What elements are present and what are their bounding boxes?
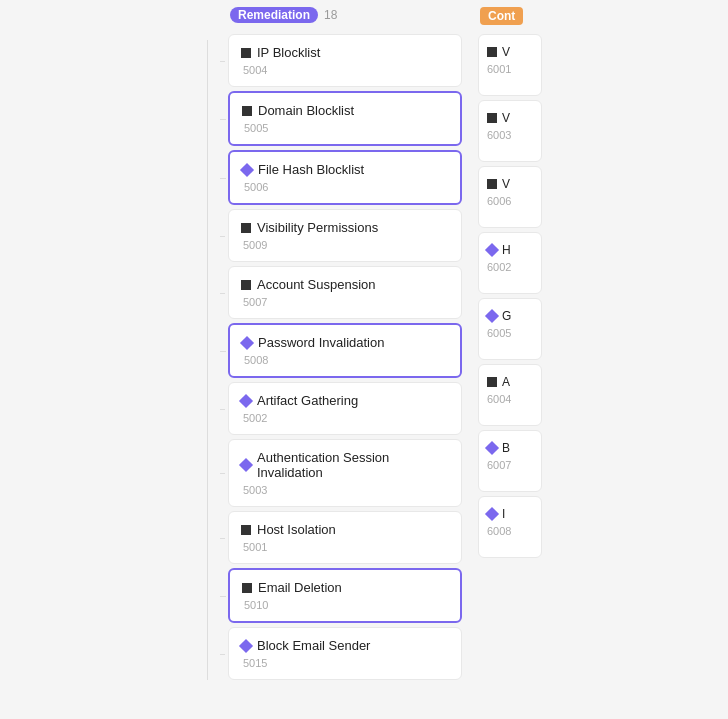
diamond-icon <box>485 243 499 257</box>
diamond-icon <box>239 393 253 407</box>
square-icon <box>241 525 251 535</box>
card-title: File Hash Blocklist <box>242 162 448 177</box>
list-item[interactable]: Password Invalidation 5008 <box>228 323 462 378</box>
cont-column: V 6001 V 6003 V 6006 <box>470 30 550 719</box>
list-item[interactable]: IP Blocklist 5004 <box>228 34 462 87</box>
square-icon <box>242 106 252 116</box>
diamond-icon <box>485 309 499 323</box>
list-item[interactable]: Account Suspension 5007 <box>228 266 462 319</box>
square-icon <box>242 583 252 593</box>
list-item[interactable]: File Hash Blocklist 5006 <box>228 150 462 205</box>
list-item[interactable]: V 6003 <box>478 100 542 162</box>
square-icon <box>487 113 497 123</box>
left-gutter <box>0 0 220 719</box>
remediation-header: Remediation 18 <box>220 7 470 23</box>
column-headers: Remediation 18 Cont <box>220 0 728 30</box>
square-icon <box>487 377 497 387</box>
card-title: Email Deletion <box>242 580 448 595</box>
card-title: Domain Blocklist <box>242 103 448 118</box>
card-title: Artifact Gathering <box>241 393 449 408</box>
remediation-count: 18 <box>324 8 337 22</box>
card-title: Password Invalidation <box>242 335 448 350</box>
cont-badge: Cont <box>480 7 523 25</box>
list-item[interactable]: Block Email Sender 5015 <box>228 627 462 680</box>
list-item[interactable]: Artifact Gathering 5002 <box>228 382 462 435</box>
square-icon <box>241 280 251 290</box>
card-title: Visibility Permissions <box>241 220 449 235</box>
list-item[interactable]: G 6005 <box>478 298 542 360</box>
card-title: IP Blocklist <box>241 45 449 60</box>
card-title: Block Email Sender <box>241 638 449 653</box>
diamond-icon <box>239 638 253 652</box>
list-item[interactable]: Visibility Permissions 5009 <box>228 209 462 262</box>
list-item[interactable]: I 6008 <box>478 496 542 558</box>
diamond-icon <box>485 507 499 521</box>
square-icon <box>241 223 251 233</box>
diamond-icon <box>239 458 253 472</box>
list-item[interactable]: H 6002 <box>478 232 542 294</box>
square-icon <box>487 47 497 57</box>
card-title: Account Suspension <box>241 277 449 292</box>
list-item[interactable]: V 6001 <box>478 34 542 96</box>
list-item[interactable]: Email Deletion 5010 <box>228 568 462 623</box>
list-item[interactable]: Domain Blocklist 5005 <box>228 91 462 146</box>
list-area: IP Blocklist 5004 Domain Blocklist 5005 <box>220 30 728 719</box>
cont-header: Cont <box>470 6 550 24</box>
list-item[interactable]: B 6007 <box>478 430 542 492</box>
card-title: Authentication Session Invalidation <box>241 450 449 480</box>
list-item[interactable]: A 6004 <box>478 364 542 426</box>
square-icon <box>487 179 497 189</box>
list-item[interactable]: Authentication Session Invalidation 5003 <box>228 439 462 507</box>
remediation-column: IP Blocklist 5004 Domain Blocklist 5005 <box>220 30 470 719</box>
diamond-icon <box>240 335 254 349</box>
diamond-icon <box>240 162 254 176</box>
remediation-badge: Remediation <box>230 7 318 23</box>
list-item[interactable]: Host Isolation 5001 <box>228 511 462 564</box>
diamond-icon <box>485 441 499 455</box>
page-container: Remediation 18 Cont IP Blocklist <box>0 0 728 719</box>
card-title: Host Isolation <box>241 522 449 537</box>
main-content: Remediation 18 Cont IP Blocklist <box>220 0 728 719</box>
list-item[interactable]: V 6006 <box>478 166 542 228</box>
square-icon <box>241 48 251 58</box>
